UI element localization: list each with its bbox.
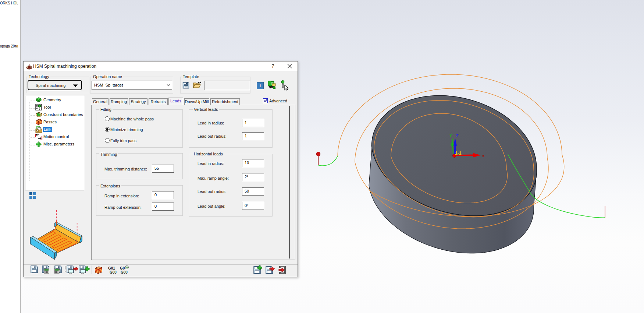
svg-text:Z: Z: [456, 134, 459, 138]
svg-text:G00: G00: [110, 270, 117, 274]
svg-text:Y: Y: [449, 134, 452, 138]
svg-text:G00: G00: [121, 270, 128, 274]
svg-text:x: x: [482, 154, 484, 158]
svg-text:1-1: 1-1: [455, 151, 462, 156]
svg-text:G01: G01: [108, 266, 115, 270]
svg-text:G0: G0: [120, 266, 125, 270]
